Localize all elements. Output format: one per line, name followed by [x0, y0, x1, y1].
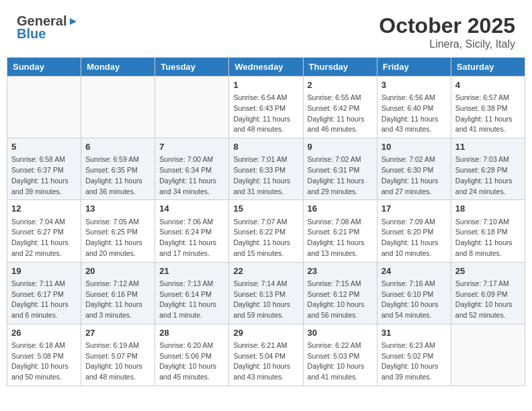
calendar-cell: 31Sunrise: 6:23 AM Sunset: 5:02 PM Dayli… [377, 324, 451, 385]
calendar-cell: 4Sunrise: 6:57 AM Sunset: 6:38 PM Daylig… [451, 77, 525, 138]
calendar-cell: 9Sunrise: 7:02 AM Sunset: 6:31 PM Daylig… [303, 138, 377, 200]
day-number: 15 [233, 203, 298, 215]
day-info: Sunrise: 6:59 AM Sunset: 6:35 PM Dayligh… [85, 154, 150, 197]
calendar-cell: 6Sunrise: 6:59 AM Sunset: 6:35 PM Daylig… [81, 138, 155, 200]
logo-blue-text: Blue [17, 26, 46, 42]
day-number: 29 [233, 327, 298, 339]
day-number: 28 [159, 327, 224, 339]
svg-marker-0 [70, 18, 77, 25]
day-info: Sunrise: 7:04 AM Sunset: 6:27 PM Dayligh… [11, 217, 77, 259]
calendar-header-row: SundayMondayTuesdayWednesdayThursdayFrid… [7, 58, 525, 77]
day-number: 22 [233, 265, 298, 277]
logo-triangle-icon [69, 17, 78, 26]
calendar-cell: 7Sunrise: 7:00 AM Sunset: 6:34 PM Daylig… [155, 138, 229, 200]
day-header-monday: Monday [81, 58, 155, 77]
calendar-cell: 13Sunrise: 7:05 AM Sunset: 6:25 PM Dayli… [81, 200, 155, 262]
day-number: 7 [159, 141, 224, 153]
day-info: Sunrise: 6:22 AM Sunset: 5:03 PM Dayligh… [308, 340, 373, 383]
day-number: 27 [85, 327, 150, 339]
day-header-friday: Friday [377, 58, 451, 77]
page-header: General Blue October 2025 Linera, Sicily… [7, 7, 525, 54]
calendar-cell: 10Sunrise: 7:02 AM Sunset: 6:30 PM Dayli… [377, 138, 451, 200]
day-number: 31 [382, 327, 447, 339]
title-block: October 2025 Linera, Sicily, Italy [379, 13, 515, 50]
calendar-cell: 20Sunrise: 7:12 AM Sunset: 6:16 PM Dayli… [81, 262, 155, 324]
calendar-cell [451, 324, 525, 385]
calendar-cell: 21Sunrise: 7:13 AM Sunset: 6:14 PM Dayli… [155, 262, 229, 324]
day-info: Sunrise: 7:02 AM Sunset: 6:30 PM Dayligh… [382, 154, 447, 197]
day-number: 19 [11, 265, 77, 277]
day-info: Sunrise: 7:03 AM Sunset: 6:28 PM Dayligh… [455, 154, 521, 197]
calendar-cell: 5Sunrise: 6:58 AM Sunset: 6:37 PM Daylig… [7, 138, 81, 200]
calendar-cell: 28Sunrise: 6:20 AM Sunset: 5:06 PM Dayli… [155, 324, 229, 385]
day-info: Sunrise: 7:06 AM Sunset: 6:24 PM Dayligh… [159, 217, 224, 259]
day-number: 3 [382, 79, 447, 91]
day-header-wednesday: Wednesday [229, 58, 303, 77]
calendar-cell: 14Sunrise: 7:06 AM Sunset: 6:24 PM Dayli… [155, 200, 229, 262]
day-info: Sunrise: 7:07 AM Sunset: 6:22 PM Dayligh… [233, 217, 298, 259]
calendar-cell [7, 77, 81, 138]
day-number: 21 [159, 265, 224, 277]
calendar-cell: 25Sunrise: 7:17 AM Sunset: 6:09 PM Dayli… [451, 262, 525, 324]
day-number: 5 [11, 141, 77, 153]
day-info: Sunrise: 7:12 AM Sunset: 6:16 PM Dayligh… [85, 279, 150, 321]
day-info: Sunrise: 7:01 AM Sunset: 6:33 PM Dayligh… [233, 154, 298, 197]
day-number: 24 [382, 265, 447, 277]
calendar-cell [81, 77, 155, 138]
calendar-week-row: 12Sunrise: 7:04 AM Sunset: 6:27 PM Dayli… [7, 200, 525, 262]
location-title: Linera, Sicily, Italy [379, 38, 515, 50]
day-number: 6 [85, 141, 150, 153]
day-number: 18 [455, 203, 521, 215]
day-number: 23 [308, 265, 373, 277]
day-info: Sunrise: 6:23 AM Sunset: 5:02 PM Dayligh… [382, 340, 447, 383]
day-number: 9 [308, 141, 373, 153]
day-number: 20 [85, 265, 150, 277]
calendar-cell: 8Sunrise: 7:01 AM Sunset: 6:33 PM Daylig… [229, 138, 303, 200]
calendar-cell: 1Sunrise: 6:54 AM Sunset: 6:43 PM Daylig… [229, 77, 303, 138]
day-info: Sunrise: 7:17 AM Sunset: 6:09 PM Dayligh… [455, 279, 521, 321]
calendar-cell: 18Sunrise: 7:10 AM Sunset: 6:18 PM Dayli… [451, 200, 525, 262]
calendar-cell: 24Sunrise: 7:16 AM Sunset: 6:10 PM Dayli… [377, 262, 451, 324]
day-number: 16 [308, 203, 373, 215]
calendar-cell: 11Sunrise: 7:03 AM Sunset: 6:28 PM Dayli… [451, 138, 525, 200]
calendar-cell: 15Sunrise: 7:07 AM Sunset: 6:22 PM Dayli… [229, 200, 303, 262]
day-info: Sunrise: 7:09 AM Sunset: 6:20 PM Dayligh… [382, 217, 447, 259]
day-info: Sunrise: 7:14 AM Sunset: 6:13 PM Dayligh… [233, 279, 298, 321]
calendar-cell: 30Sunrise: 6:22 AM Sunset: 5:03 PM Dayli… [303, 324, 377, 385]
calendar-table: SundayMondayTuesdayWednesdayThursdayFrid… [7, 57, 525, 386]
day-info: Sunrise: 7:05 AM Sunset: 6:25 PM Dayligh… [85, 217, 150, 259]
day-info: Sunrise: 6:57 AM Sunset: 6:38 PM Dayligh… [455, 93, 521, 135]
day-info: Sunrise: 7:15 AM Sunset: 6:12 PM Dayligh… [308, 279, 373, 321]
day-info: Sunrise: 6:21 AM Sunset: 5:04 PM Dayligh… [233, 340, 298, 383]
day-info: Sunrise: 7:02 AM Sunset: 6:31 PM Dayligh… [308, 154, 373, 197]
calendar-cell: 17Sunrise: 7:09 AM Sunset: 6:20 PM Dayli… [377, 200, 451, 262]
day-info: Sunrise: 7:11 AM Sunset: 6:17 PM Dayligh… [11, 279, 77, 321]
calendar-cell: 2Sunrise: 6:55 AM Sunset: 6:42 PM Daylig… [303, 77, 377, 138]
day-info: Sunrise: 6:20 AM Sunset: 5:06 PM Dayligh… [159, 340, 224, 383]
calendar-cell [155, 77, 229, 138]
calendar-week-row: 1Sunrise: 6:54 AM Sunset: 6:43 PM Daylig… [7, 77, 525, 138]
logo: General Blue [17, 13, 78, 42]
calendar-cell: 12Sunrise: 7:04 AM Sunset: 6:27 PM Dayli… [7, 200, 81, 262]
day-number: 10 [382, 141, 447, 153]
day-info: Sunrise: 6:54 AM Sunset: 6:43 PM Dayligh… [233, 93, 298, 135]
day-header-saturday: Saturday [451, 58, 525, 77]
day-number: 2 [308, 79, 373, 91]
day-info: Sunrise: 7:13 AM Sunset: 6:14 PM Dayligh… [159, 279, 224, 321]
calendar-week-row: 5Sunrise: 6:58 AM Sunset: 6:37 PM Daylig… [7, 138, 525, 200]
day-info: Sunrise: 7:00 AM Sunset: 6:34 PM Dayligh… [159, 154, 224, 197]
day-header-thursday: Thursday [303, 58, 377, 77]
calendar-cell: 3Sunrise: 6:56 AM Sunset: 6:40 PM Daylig… [377, 77, 451, 138]
day-number: 26 [11, 327, 77, 339]
calendar-cell: 27Sunrise: 6:19 AM Sunset: 5:07 PM Dayli… [81, 324, 155, 385]
day-header-sunday: Sunday [7, 58, 81, 77]
day-info: Sunrise: 6:55 AM Sunset: 6:42 PM Dayligh… [308, 93, 373, 135]
day-number: 8 [233, 141, 298, 153]
calendar-cell: 23Sunrise: 7:15 AM Sunset: 6:12 PM Dayli… [303, 262, 377, 324]
day-info: Sunrise: 6:58 AM Sunset: 6:37 PM Dayligh… [11, 154, 77, 197]
calendar-week-row: 26Sunrise: 6:18 AM Sunset: 5:08 PM Dayli… [7, 324, 525, 385]
calendar-cell: 29Sunrise: 6:21 AM Sunset: 5:04 PM Dayli… [229, 324, 303, 385]
day-number: 12 [11, 203, 77, 215]
calendar-cell: 19Sunrise: 7:11 AM Sunset: 6:17 PM Dayli… [7, 262, 81, 324]
calendar-cell: 26Sunrise: 6:18 AM Sunset: 5:08 PM Dayli… [7, 324, 81, 385]
